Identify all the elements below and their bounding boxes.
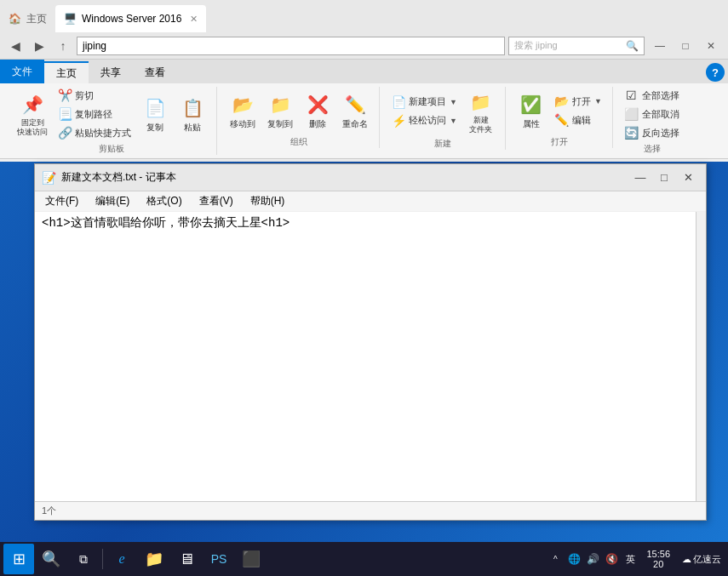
up-button[interactable]: ↑ — [53, 36, 73, 56]
move-to-button[interactable]: 📂 移动到 — [226, 89, 260, 132]
task-view-button[interactable]: ⧉ — [68, 544, 99, 574]
address-text: jiping — [83, 40, 106, 52]
menu-edit[interactable]: 编辑(E) — [89, 192, 136, 210]
tray-lang-button[interactable]: 英 — [622, 551, 638, 567]
notepad-textarea[interactable] — [35, 212, 696, 501]
ribbon-tab-home[interactable]: 主页 — [44, 61, 89, 83]
help-button[interactable]: ? — [706, 63, 725, 82]
ribbon-group-clipboard: 📌 固定到快速访问 ✂️ 剪切 📃 复制路径 🔗 — [7, 87, 217, 155]
menu-help[interactable]: 帮助(H) — [244, 192, 292, 210]
ribbon: 文件 主页 共享 查看 ? 📌 固定到快速访问 — [0, 60, 728, 159]
open-label: 打开 — [551, 136, 568, 148]
delete-button[interactable]: ❌ 删除 — [301, 89, 335, 132]
rename-icon: ✏️ — [341, 91, 369, 118]
notepad-statusbar: 1个 — [35, 501, 706, 520]
server-tab-icon: 🖥️ — [64, 13, 77, 25]
ribbon-group-select: ☑ 全部选择 ⬜ 全部取消 🔄 反向选择 选择 — [615, 87, 690, 155]
copy-path-button[interactable]: 📃 复制路径 — [54, 106, 135, 123]
cmd-icon: ⬛ — [242, 550, 261, 568]
control-panel-button[interactable]: 🖥 — [171, 544, 202, 574]
ribbon-tab-view[interactable]: 查看 — [133, 61, 177, 83]
invert-selection-button[interactable]: 🔄 反向选择 — [622, 124, 683, 141]
edit-icon: ✏️ — [555, 113, 569, 127]
new-folder-button[interactable]: 📁 新建文件夹 — [464, 87, 498, 136]
search-button[interactable]: 🔍 — [36, 544, 66, 574]
pin-quickaccess-button[interactable]: 📌 固定到快速访问 — [14, 89, 51, 139]
powershell-button[interactable]: PS — [203, 544, 234, 574]
select-all-icon: ☑ — [625, 88, 639, 102]
tray-network-icon[interactable]: 🌐 — [566, 551, 582, 567]
notepad-scrollbar[interactable] — [696, 212, 706, 501]
brand-logo[interactable]: ☁ 亿速云 — [679, 553, 725, 566]
taskbar-clock[interactable]: 15:56 20 — [641, 549, 675, 569]
brand-label: 亿速云 — [693, 553, 721, 566]
ribbon-tab-bar: 文件 主页 共享 查看 ? — [0, 60, 728, 83]
notepad-window: 📝 新建文本文档.txt - 记事本 — □ ✕ 文件(F) 编辑(E) 格式(… — [34, 163, 707, 521]
menu-view[interactable]: 查看(V) — [192, 192, 240, 210]
new-folder-icon: 📁 — [467, 88, 495, 116]
menu-file[interactable]: 文件(F) — [38, 192, 85, 210]
tab-windows-server[interactable]: 🖥️ Windows Server 2016 ✕ — [55, 5, 206, 32]
forward-button[interactable]: ▶ — [29, 36, 49, 56]
brand-icon: ☁ — [682, 554, 691, 565]
tab-close-icon[interactable]: ✕ — [190, 14, 198, 25]
tray-expand-button[interactable]: ^ — [547, 551, 563, 567]
menu-format[interactable]: 格式(O) — [140, 192, 188, 210]
clock-date: 20 — [653, 559, 663, 569]
properties-icon: ✅ — [518, 91, 545, 118]
open-button[interactable]: 📂 打开 ▼ — [552, 93, 605, 110]
open-chevron: ▼ — [594, 97, 602, 106]
easy-access-button[interactable]: ⚡ 轻松访问 ▼ — [388, 112, 461, 129]
tray-volume-x-icon[interactable]: 🔇 — [604, 551, 619, 567]
back-button[interactable]: ◀ — [5, 36, 26, 56]
paste-icon: 📋 — [179, 94, 206, 122]
taskbar: ⊞ 🔍 ⧉ e 📁 🖥 PS ⬛ ^ 🌐 🔊 🔇 英 — [0, 542, 728, 576]
tab-home[interactable]: 🏠 主页 — [0, 5, 55, 32]
ribbon-tab-share[interactable]: 共享 — [89, 61, 133, 83]
notepad-minimize-button[interactable]: — — [629, 168, 651, 187]
tray-chevron-icon: ^ — [553, 555, 558, 564]
server-tab-label: Windows Server 2016 — [82, 13, 181, 25]
maximize-button[interactable]: □ — [674, 37, 697, 54]
ribbon-tab-file[interactable]: 文件 — [0, 60, 44, 83]
start-button[interactable]: ⊞ — [3, 544, 34, 574]
paste-shortcut-button[interactable]: 🔗 粘贴快捷方式 — [54, 124, 135, 141]
clipboard-buttons: 📌 固定到快速访问 ✂️ 剪切 📃 复制路径 🔗 — [14, 87, 209, 141]
copy-to-button[interactable]: 📁 复制到 — [263, 89, 297, 132]
paste-button[interactable]: 📋 粘贴 — [175, 93, 209, 135]
notepad-maximize-button[interactable]: □ — [653, 168, 675, 187]
notepad-title-buttons: — □ ✕ — [629, 168, 699, 187]
tray-audio-icon[interactable]: 🔊 — [585, 551, 600, 567]
rename-button[interactable]: ✏️ 重命名 — [338, 89, 372, 132]
minimize-button[interactable]: — — [648, 37, 672, 54]
deselect-all-button[interactable]: ⬜ 全部取消 — [622, 106, 683, 123]
moveto-icon: 📂 — [229, 91, 256, 118]
edit-button[interactable]: ✏️ 编辑 — [552, 111, 605, 128]
notepad-titlebar: 📝 新建文本文档.txt - 记事本 — □ ✕ — [35, 164, 706, 191]
paste-shortcut-icon: 🔗 — [58, 126, 72, 140]
browser-tab-bar: 🏠 主页 🖥️ Windows Server 2016 ✕ — [0, 0, 728, 32]
organize-label: 组织 — [290, 136, 307, 148]
file-explorer-icon: 📁 — [145, 550, 163, 568]
new-item-chevron: ▼ — [450, 98, 457, 106]
file-explorer-button[interactable]: 📁 — [139, 544, 169, 574]
new-label: 新建 — [434, 138, 451, 150]
select-label: 选择 — [644, 143, 661, 155]
ie-button[interactable]: e — [106, 544, 137, 574]
easy-access-icon: ⚡ — [392, 114, 405, 128]
copyto-icon: 📁 — [267, 91, 294, 118]
cut-button[interactable]: ✂️ 剪切 — [54, 87, 135, 104]
close-button[interactable]: ✕ — [699, 37, 723, 54]
notepad-close-button[interactable]: ✕ — [677, 168, 699, 187]
search-input[interactable]: 搜索 jiping — [514, 39, 626, 52]
cmd-button[interactable]: ⬛ — [236, 544, 267, 574]
control-panel-icon: 🖥 — [179, 550, 194, 568]
properties-button[interactable]: ✅ 属性 — [514, 89, 548, 132]
volume-icon: 🔊 — [587, 553, 599, 565]
new-item-button[interactable]: 📄 新建项目 ▼ — [388, 94, 461, 111]
taskbar-search-icon: 🔍 — [42, 550, 60, 568]
copy-button[interactable]: 📄 复制 — [138, 93, 172, 135]
address-bar[interactable]: jiping — [77, 37, 505, 55]
home-tab-label: 主页 — [26, 12, 47, 26]
select-all-button[interactable]: ☑ 全部选择 — [622, 87, 683, 104]
